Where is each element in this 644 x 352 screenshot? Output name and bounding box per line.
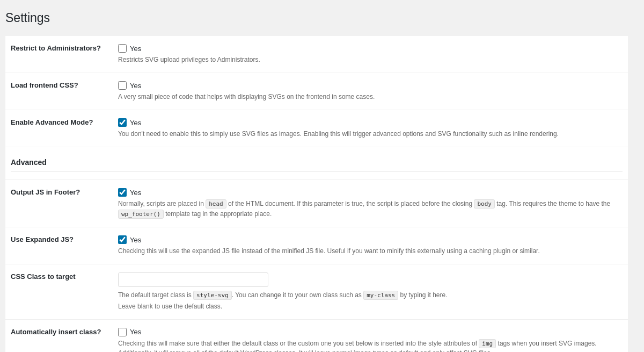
value-output-js-footer: Yes Normally, scripts are placed in head… xyxy=(113,180,628,227)
label-auto-insert-class: Automatically insert class? xyxy=(5,319,113,352)
checkbox-load-frontend-css[interactable] xyxy=(118,81,127,90)
code-img: img xyxy=(479,339,496,348)
page-title: Settings xyxy=(5,11,628,25)
label-load-frontend-css: Load frontend CSS? xyxy=(5,73,113,110)
row-load-frontend-css: Load frontend CSS? Yes A very small piec… xyxy=(5,73,628,110)
desc-css-class-target-2: Leave blank to use the default class. xyxy=(118,301,623,311)
code-style-svg: style-svg xyxy=(193,291,232,300)
code-head: head xyxy=(206,199,226,209)
value-use-expanded-js: Yes Checking this will use the expanded … xyxy=(113,227,628,264)
code-wp-footer: wp_footer() xyxy=(118,210,164,219)
checkbox-label-use-expanded-js[interactable]: Yes xyxy=(130,236,141,244)
css-class-target-input[interactable] xyxy=(118,272,268,287)
desc-restrict-admins: Restricts SVG upload privileges to Admin… xyxy=(118,55,623,64)
label-output-js-footer: Output JS in Footer? xyxy=(5,180,113,227)
checkbox-label-auto-insert-class[interactable]: Yes xyxy=(130,328,141,336)
value-auto-insert-class: Yes Checking this will make sure that ei… xyxy=(113,319,628,352)
label-restrict-admins: Restrict to Administrators? xyxy=(5,36,113,73)
row-restrict-admins: Restrict to Administrators? Yes Restrict… xyxy=(5,36,628,73)
checkbox-restrict-admins[interactable] xyxy=(118,44,127,53)
checkbox-use-expanded-js[interactable] xyxy=(118,235,127,244)
checkbox-label-load-frontend-css[interactable]: Yes xyxy=(130,82,141,90)
desc-use-expanded-js: Checking this will use the expanded JS f… xyxy=(118,246,623,256)
desc-enable-advanced-mode: You don't need to enable this to simply … xyxy=(118,129,623,139)
checkbox-label-output-js-footer[interactable]: Yes xyxy=(130,189,141,197)
advanced-heading: Advanced xyxy=(11,158,623,171)
checkbox-label-restrict-admins[interactable]: Yes xyxy=(130,45,141,53)
row-use-expanded-js: Use Expanded JS? Yes Checking this will … xyxy=(5,227,628,264)
label-enable-advanced-mode: Enable Advanced Mode? xyxy=(5,110,113,147)
value-enable-advanced-mode: Yes You don't need to enable this to sim… xyxy=(113,110,628,147)
value-load-frontend-css: Yes A very small piece of code that help… xyxy=(113,73,628,110)
value-restrict-admins: Yes Restricts SVG upload privileges to A… xyxy=(113,36,628,73)
row-auto-insert-class: Automatically insert class? Yes Checking… xyxy=(5,319,628,352)
code-body: body xyxy=(474,199,495,209)
checkbox-output-js-footer[interactable] xyxy=(118,188,127,197)
desc-load-frontend-css: A very small piece of code that helps wi… xyxy=(118,92,623,102)
settings-table: Restrict to Administrators? Yes Restrict… xyxy=(5,36,628,352)
code-my-class: my-class xyxy=(363,291,398,300)
label-css-class-target: CSS Class to target xyxy=(5,264,113,320)
checkbox-enable-advanced-mode[interactable] xyxy=(118,118,127,127)
row-css-class-target: CSS Class to target The default target c… xyxy=(5,264,628,320)
label-use-expanded-js: Use Expanded JS? xyxy=(5,227,113,264)
checkbox-label-enable-advanced-mode[interactable]: Yes xyxy=(130,119,141,127)
section-heading-advanced: Advanced xyxy=(5,147,628,180)
desc-output-js-footer: Normally, scripts are placed in head of … xyxy=(118,199,623,219)
desc-css-class-target: The default target class is style-svg. Y… xyxy=(118,290,623,300)
value-css-class-target: The default target class is style-svg. Y… xyxy=(113,264,628,320)
desc-auto-insert-class: Checking this will make sure that either… xyxy=(118,339,623,353)
row-output-js-footer: Output JS in Footer? Yes Normally, scrip… xyxy=(5,180,628,227)
checkbox-auto-insert-class[interactable] xyxy=(118,328,127,336)
row-enable-advanced-mode: Enable Advanced Mode? Yes You don't need… xyxy=(5,110,628,147)
